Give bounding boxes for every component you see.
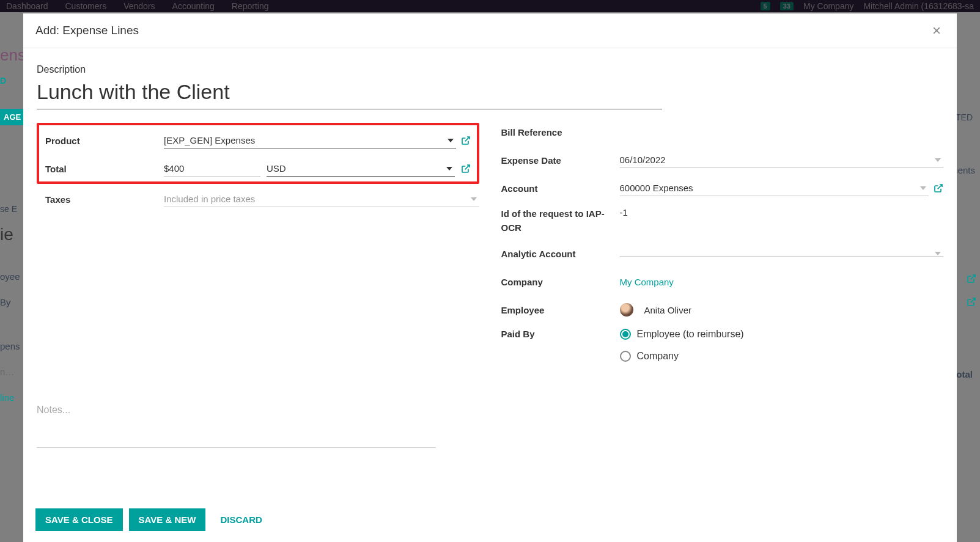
close-button[interactable]: × (929, 23, 945, 38)
chevron-down-icon (446, 167, 452, 170)
currency-external-link[interactable] (461, 164, 471, 174)
svg-line-1 (971, 298, 975, 302)
bg-frag: line (0, 392, 14, 403)
description-label: Description (37, 64, 943, 75)
bg-frag: ens (0, 46, 26, 65)
discard-button[interactable]: DISCARD (212, 508, 270, 531)
modal-header: Add: Expense Lines × (23, 13, 957, 48)
radio-icon (620, 329, 631, 340)
currency-value: USD (267, 161, 446, 176)
analytic-account-select[interactable] (620, 251, 944, 257)
paid-by-company-option[interactable]: Company (620, 351, 744, 362)
total-label: Total (45, 164, 164, 174)
product-external-link[interactable] (461, 136, 471, 145)
form-right-column: Bill Reference Expense Date 06/10/2022 A… (501, 123, 944, 372)
radio-label: Employee (to reimburse) (637, 329, 744, 340)
employee-value: Anita Oliver (644, 305, 692, 315)
svg-line-4 (938, 185, 942, 189)
avatar (620, 303, 633, 317)
save-new-button[interactable]: SAVE & NEW (129, 508, 206, 531)
expense-lines-modal: Add: Expense Lines × Description Product… (23, 13, 957, 542)
chevron-down-icon (448, 139, 454, 142)
bg-frag: By (0, 297, 11, 307)
taxes-placeholder: Included in price taxes (164, 191, 471, 207)
company-label: Company (501, 277, 620, 287)
iap-value: -1 (620, 207, 628, 218)
bg-frag: D (0, 76, 6, 86)
bg-frag: pens (0, 341, 20, 351)
employee-label: Employee (501, 305, 620, 315)
expense-date-label: Expense Date (501, 155, 620, 166)
account-external-link[interactable] (934, 183, 943, 193)
external-link-icon (967, 274, 976, 286)
notes-input[interactable] (37, 401, 436, 448)
account-select[interactable]: 600000 Expenses (620, 180, 929, 196)
external-link-icon (967, 297, 976, 309)
chevron-down-icon (935, 158, 941, 162)
taxes-label: Taxes (45, 194, 164, 205)
bg-frag: ie (0, 225, 13, 244)
svg-line-0 (971, 275, 975, 279)
iap-label: Id of the request to IAP-OCR (501, 207, 620, 235)
svg-line-3 (465, 165, 469, 169)
company-link[interactable]: My Company (620, 277, 674, 287)
currency-select[interactable]: USD (267, 161, 455, 177)
product-value: [EXP_GEN] Expenses (164, 133, 448, 148)
chevron-down-icon (471, 197, 477, 201)
description-input[interactable] (37, 79, 662, 109)
paid-by-label: Paid By (501, 329, 620, 339)
modal-body: Description Product [EXP_GEN] Expenses (23, 48, 957, 497)
bg-frag: oyee (0, 271, 20, 282)
modal-title: Add: Expense Lines (35, 24, 139, 37)
svg-line-2 (465, 137, 469, 141)
product-label: Product (45, 136, 164, 146)
taxes-select[interactable]: Included in price taxes (164, 191, 479, 207)
total-input[interactable] (164, 161, 260, 177)
expense-date-value: 06/10/2022 (620, 152, 935, 167)
paid-by-radio-group: Employee (to reimburse) Company (620, 329, 744, 362)
radio-icon (620, 351, 631, 362)
bg-frag-button: AGE (0, 109, 24, 125)
account-value: 600000 Expenses (620, 180, 921, 196)
bg-frag: n… (0, 367, 14, 377)
form-left-column: Product [EXP_GEN] Expenses Tot (37, 123, 479, 372)
analytic-account-label: Analytic Account (501, 249, 620, 259)
save-close-button[interactable]: SAVE & CLOSE (35, 508, 123, 531)
highlight-annotation: Product [EXP_GEN] Expenses Tot (37, 123, 479, 184)
bill-reference-label: Bill Reference (501, 127, 620, 137)
product-select[interactable]: [EXP_GEN] Expenses (164, 133, 456, 148)
account-label: Account (501, 183, 620, 194)
chevron-down-icon (920, 186, 926, 190)
chevron-down-icon (935, 252, 941, 255)
paid-by-employee-option[interactable]: Employee (to reimburse) (620, 329, 744, 340)
expense-date-input[interactable]: 06/10/2022 (620, 152, 944, 168)
bg-frag: se E (0, 204, 17, 214)
modal-footer: SAVE & CLOSE SAVE & NEW DISCARD (23, 497, 957, 542)
analytic-account-value (620, 251, 935, 256)
radio-label: Company (637, 351, 679, 362)
